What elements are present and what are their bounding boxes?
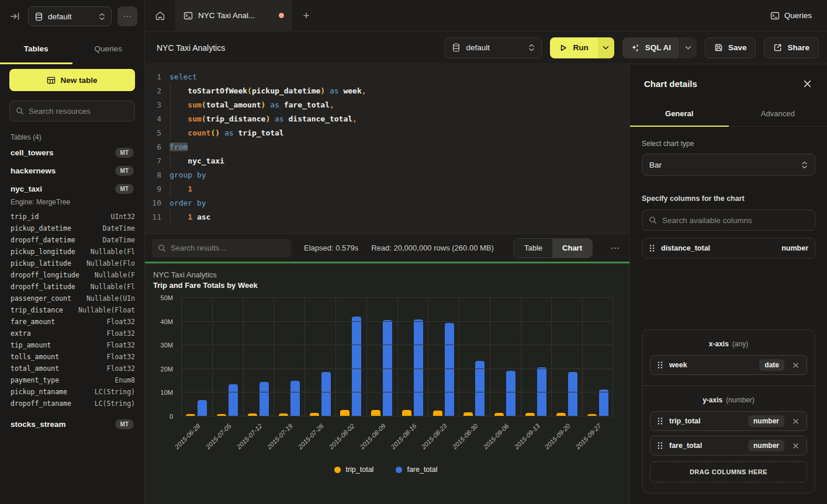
sql-editor[interactable]: 1select2 toStartOfWeek(pickup_datetime) … [145,64,629,234]
search-icon [649,216,657,224]
run-label: Run [573,43,588,52]
share-button[interactable]: Share [764,37,819,58]
results-more-button[interactable]: ⋯ [605,242,622,253]
sidebar-tab-queries[interactable]: Queries [72,33,145,64]
results-search[interactable] [152,239,291,258]
line-number: 7 [145,154,169,168]
x-tick-label: 2015-06-28 [174,422,202,450]
x-tick: 2015-08-09 [366,416,397,465]
view-toggle-table[interactable]: Table [514,239,552,258]
selector-updown-icon [99,13,105,20]
column-type: Float32 [107,363,135,374]
close-panel-button[interactable] [802,78,813,89]
code-content: group by [169,168,206,182]
new-tab-button[interactable]: + [292,0,320,31]
column-type: UInt32 [110,211,135,223]
home-button[interactable] [145,0,175,31]
remove-chip-button[interactable] [791,417,800,426]
legend-item-fare_total[interactable]: fare_total [396,465,437,474]
chip-column-type: date [759,359,784,371]
selector-updown-icon [801,161,808,169]
database-selector[interactable]: default [445,37,542,58]
code-line: 10order by [145,196,629,210]
available-columns-list: distance_totalnumber [642,238,815,259]
chart-plot: 010M20M30M40M50M [181,298,613,416]
chart-type-select[interactable]: Bar [642,154,815,176]
new-table-button[interactable]: New table [9,69,135,91]
run-split-button: Run [550,37,614,58]
column-chip-trip_total[interactable]: trip_totalnumber [650,411,807,431]
column-name: dropoff_longitude [11,269,79,281]
save-label: Save [728,43,747,52]
queries-button[interactable]: Queries [770,11,812,20]
code-content: 1 asc [169,210,210,224]
save-button[interactable]: Save [705,37,756,58]
sidebar-tab-tables[interactable]: Tables [0,33,72,64]
run-button[interactable]: Run [550,37,597,58]
bar-group [212,298,243,416]
columns-search[interactable] [642,210,815,231]
column-chip-week[interactable]: weekdate [650,355,807,375]
line-number: 9 [145,182,169,196]
drag-handle-icon[interactable] [649,244,655,252]
view-toggle-chart[interactable]: Chart [552,239,592,258]
drag-handle-icon[interactable] [657,442,663,450]
sql-ai-button[interactable]: SQL AI [622,37,679,58]
column-name: extra [11,328,31,339]
x-axis-header: x-axis(any) [650,340,807,348]
drag-handle-icon[interactable] [657,361,663,369]
code-content: from [169,140,188,154]
table-row[interactable]: cell_towersMT [9,144,135,162]
chart-x-axis: 2015-06-282015-07-052015-07-122015-07-19… [181,416,613,465]
column-row: fare_amountFloat32 [11,316,135,328]
column-name: passenger_count [11,293,71,304]
panel-tab-advanced[interactable]: Advanced [729,102,827,126]
column-chip-fare_total[interactable]: fare_totalnumber [650,436,807,456]
sidebar-more-button[interactable]: ⋯ [117,6,137,26]
column-row: dropoff_ntanameLC(String) [11,398,135,409]
line-number: 6 [145,140,169,154]
share-label: Share [787,43,809,52]
columns-search-input[interactable] [662,216,808,225]
sql-ai-options-button[interactable] [679,37,697,58]
bar-group [243,298,274,416]
drag-handle-icon[interactable] [657,417,663,425]
drop-zone[interactable]: DRAG COLUMNS HERE [650,461,807,482]
table-row[interactable]: nyc_taxiMT [9,180,135,198]
chart-type-value: Bar [649,161,662,169]
table-row[interactable]: stocks_streamMT [9,415,135,433]
y-tick-label: 50M [161,294,173,301]
y-axis-title: y-axis [703,396,722,404]
table-row[interactable]: hackernewsMT [9,162,135,180]
close-icon [803,79,812,88]
sidebar-search[interactable] [9,100,135,121]
remove-chip-button[interactable] [791,361,800,370]
content: 1select2 toStartOfWeek(pickup_datetime) … [145,64,827,504]
column-name: dropoff_ntaname [11,398,71,409]
bar-group [521,298,552,416]
v-gridline [304,298,305,416]
axes-card: x-axis(any) weekdate y-axis(number) trip… [642,329,815,493]
search-icon [16,107,24,115]
panel-tab-general[interactable]: General [630,102,729,126]
results-search-input[interactable] [171,244,285,252]
chip-column-name: trip_total [669,417,742,425]
tab-nyc-taxi-analytics[interactable]: NYC Taxi Anal... [175,0,292,31]
column-row: dropoff_longitudeNullable(F [11,269,135,281]
run-options-button[interactable] [598,37,614,58]
sidebar-search-input[interactable] [29,107,129,116]
y-axis-chips: trip_totalnumberfare_totalnumber [650,411,807,456]
table-grid-icon [47,76,56,85]
collapse-sidebar-button[interactable] [7,9,22,24]
workspace-selector[interactable]: default [28,6,112,26]
remove-chip-button[interactable] [791,442,800,450]
legend-item-trip_total[interactable]: trip_total [334,465,373,474]
column-row: pickup_longitudeNullable(Fl [11,246,135,258]
v-gridline [397,298,398,416]
column-chip-distance_total[interactable]: distance_totalnumber [642,238,815,259]
chevron-down-icon [603,46,609,50]
chip-column-name: distance_total [661,244,776,252]
column-type: Float32 [107,339,135,351]
v-gridline [613,298,613,416]
column-name: fare_amount [11,316,55,328]
